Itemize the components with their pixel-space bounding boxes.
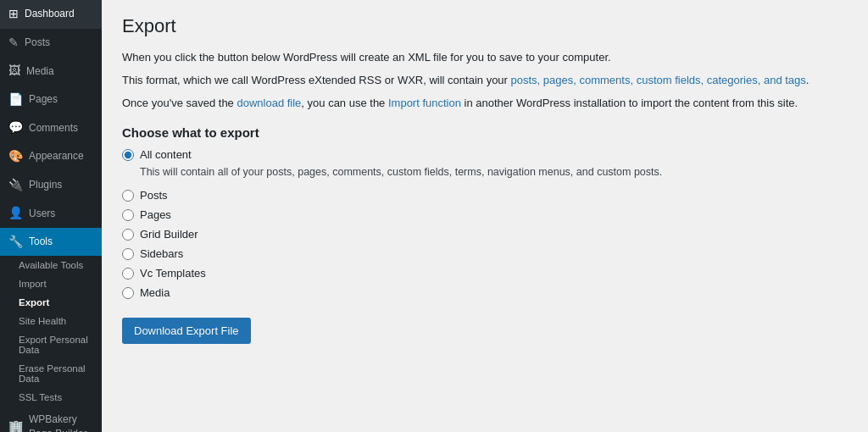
intro-link-content[interactable]: posts, pages, comments, custom fields, c…: [511, 74, 806, 86]
radio-input-pages[interactable]: [122, 209, 134, 221]
radio-label-sidebars: Sidebars: [140, 247, 183, 260]
radio-input-posts[interactable]: [122, 190, 134, 202]
sidebar-item-plugins[interactable]: 🔌 Plugins: [0, 171, 102, 200]
radio-input-vc-templates[interactable]: [122, 268, 134, 280]
radio-label-all-content: All content: [140, 148, 192, 161]
sidebar-item-pages[interactable]: 📄 Pages: [0, 86, 102, 114]
submenu-export-personal-data[interactable]: Export Personal Data: [0, 330, 102, 359]
main-content: Export When you click the button below W…: [102, 0, 868, 432]
sidebar-item-posts[interactable]: ✎ Posts: [0, 29, 102, 58]
sidebar-item-wpbakery[interactable]: 🏢 WPBakery Page Builder: [0, 407, 102, 432]
media-icon: 🖼: [8, 63, 20, 80]
intro-text-1: When you click the button below WordPres…: [122, 49, 848, 67]
sidebar-item-tools[interactable]: 🔧 Tools: [0, 228, 102, 257]
dashboard-icon: ⊞: [8, 6, 19, 23]
radio-label-vc-templates: Vc Templates: [140, 267, 206, 280]
users-icon: 👤: [8, 205, 23, 222]
submenu-import[interactable]: Import: [0, 274, 102, 293]
submenu-export[interactable]: Export: [0, 293, 102, 312]
page-title: Export: [122, 15, 848, 37]
intro-text-3: Once you've saved the download file, you…: [122, 95, 848, 113]
download-export-button[interactable]: Download Export File: [122, 318, 251, 344]
radio-all-content[interactable]: All content: [122, 148, 848, 161]
submenu-available-tools[interactable]: Available Tools: [0, 256, 102, 274]
radio-label-pages: Pages: [140, 208, 171, 221]
sidebar-item-label: Plugins: [29, 178, 62, 192]
comments-icon: 💬: [8, 119, 23, 136]
sidebar-item-dashboard[interactable]: ⊞ Dashboard: [0, 0, 102, 29]
all-content-desc: This will contain all of your posts, pag…: [140, 164, 848, 180]
section-title: Choose what to export: [122, 125, 848, 140]
submenu-erase-personal-data[interactable]: Erase Personal Data: [0, 359, 102, 388]
pages-icon: 📄: [8, 91, 23, 108]
appearance-icon: 🎨: [8, 148, 23, 165]
radio-label-grid-builder: Grid Builder: [140, 228, 198, 241]
radio-label-media: Media: [140, 286, 170, 299]
radio-input-grid-builder[interactable]: [122, 229, 134, 241]
sidebar-item-users[interactable]: 👤 Users: [0, 199, 102, 228]
intro-link-import[interactable]: Import function: [388, 97, 461, 109]
sidebar-item-label: Comments: [29, 121, 78, 136]
submenu-site-health[interactable]: Site Health: [0, 312, 102, 330]
radio-sidebars[interactable]: Sidebars: [122, 247, 848, 260]
radio-posts[interactable]: Posts: [122, 189, 848, 202]
sidebar: ⊞ Dashboard ✎ Posts 🖼 Media 📄 Pages 💬 Co…: [0, 0, 102, 432]
radio-pages[interactable]: Pages: [122, 208, 848, 221]
radio-input-sidebars[interactable]: [122, 248, 134, 260]
sidebar-item-label: Media: [26, 64, 54, 79]
radio-media[interactable]: Media: [122, 286, 848, 299]
sidebar-item-label: Appearance: [29, 149, 84, 163]
tools-submenu: Available Tools Import Export Site Healt…: [0, 256, 102, 407]
posts-icon: ✎: [8, 35, 19, 52]
wpbakery-icon: 🏢: [8, 418, 23, 432]
sidebar-item-label: Pages: [29, 92, 58, 107]
sidebar-item-label: Posts: [25, 36, 50, 50]
sidebar-item-media[interactable]: 🖼 Media: [0, 57, 102, 86]
sidebar-item-label: WPBakery Page Builder: [29, 413, 93, 432]
submenu-ssl-tests[interactable]: SSL Tests: [0, 388, 102, 407]
radio-label-posts: Posts: [140, 189, 168, 202]
radio-input-all-content[interactable]: [122, 149, 134, 161]
sidebar-item-appearance[interactable]: 🎨 Appearance: [0, 142, 102, 171]
radio-grid-builder[interactable]: Grid Builder: [122, 228, 848, 241]
sidebar-item-label: Tools: [29, 235, 53, 249]
radio-vc-templates[interactable]: Vc Templates: [122, 267, 848, 280]
plugins-icon: 🔌: [8, 177, 23, 194]
radio-input-media[interactable]: [122, 287, 134, 299]
sidebar-item-label: Users: [29, 207, 55, 221]
tools-icon: 🔧: [8, 234, 23, 251]
intro-text-2: This format, which we call WordPress eXt…: [122, 72, 848, 90]
sidebar-item-comments[interactable]: 💬 Comments: [0, 114, 102, 142]
intro-link-download[interactable]: download file: [236, 97, 301, 109]
sidebar-item-label: Dashboard: [25, 7, 75, 21]
